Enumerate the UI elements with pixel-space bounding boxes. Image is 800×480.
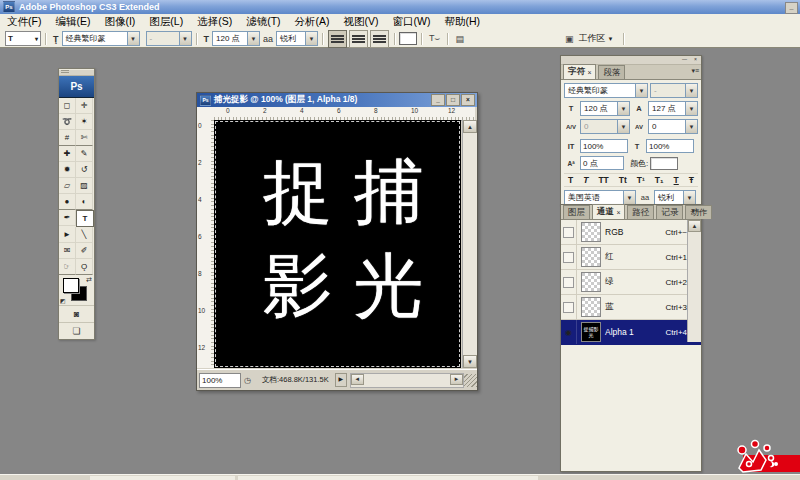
quick-mask-button[interactable]: ◙: [59, 306, 94, 323]
doc-maximize-button[interactable]: □: [446, 94, 460, 106]
dodge-tool[interactable]: ◐: [76, 194, 93, 210]
canvas[interactable]: 捉 捕 影 光: [214, 120, 461, 368]
slice-tool[interactable]: ✄: [76, 130, 93, 146]
all-caps-button[interactable]: TT: [598, 175, 608, 185]
subscript-button[interactable]: T₁: [655, 175, 664, 185]
default-colors-icon[interactable]: ◩: [60, 297, 66, 304]
pen-tool[interactable]: ✒: [59, 210, 76, 226]
cp-font-style-dropdown[interactable]: - ▼: [650, 83, 698, 98]
panel-close-icon[interactable]: ×: [691, 57, 700, 63]
brush-tool[interactable]: ✎: [76, 146, 93, 162]
cp-horizontal-scale-input[interactable]: 100%: [646, 139, 694, 153]
small-caps-button[interactable]: Tt: [619, 175, 627, 185]
eyedropper-tool[interactable]: ✐: [76, 243, 93, 259]
hand-tool[interactable]: ☞: [59, 259, 76, 275]
visibility-toggle[interactable]: [561, 270, 577, 294]
tab-paths[interactable]: 路径: [627, 205, 654, 219]
menu-window[interactable]: 窗口(W): [386, 14, 438, 30]
window-resize-grip[interactable]: [464, 374, 477, 387]
panel-menu-icon[interactable]: ▾≡: [691, 207, 699, 215]
font-style-dropdown[interactable]: - ▼: [146, 31, 192, 46]
zoom-level-input[interactable]: 100%: [199, 373, 241, 388]
cp-vertical-scale-input[interactable]: 100%: [580, 139, 628, 153]
cp-leading-dropdown[interactable]: 127 点 ▼: [648, 101, 698, 116]
text-orientation-icon[interactable]: Ţ: [53, 34, 59, 44]
strikethrough-button[interactable]: Ŧ: [689, 175, 694, 185]
app-title-bar[interactable]: Ps Adobe Photoshop CS3 Extended _: [0, 0, 800, 14]
menu-analysis[interactable]: 分析(A): [288, 14, 337, 30]
crop-tool[interactable]: #: [59, 130, 76, 146]
tab-history[interactable]: 记录: [656, 205, 683, 219]
magic-wand-tool[interactable]: ✶: [76, 114, 93, 130]
tab-close-icon[interactable]: ×: [587, 69, 591, 76]
type-tool-selected[interactable]: T: [76, 210, 94, 227]
channel-row-red[interactable]: 红 Ctrl+1: [561, 245, 701, 270]
healing-brush-tool[interactable]: ✚: [59, 146, 76, 162]
menu-file[interactable]: 文件(F): [0, 14, 48, 30]
cp-font-family-dropdown[interactable]: 经典繁印篆 ▼: [564, 83, 648, 98]
swap-colors-icon[interactable]: ⇄: [86, 276, 92, 284]
cp-baseline-input[interactable]: 0 点: [580, 156, 624, 170]
menu-select[interactable]: 选择(S): [190, 14, 239, 30]
align-top-button[interactable]: [328, 30, 347, 48]
menu-edit[interactable]: 编辑(E): [48, 14, 97, 30]
tab-close-icon[interactable]: ×: [616, 209, 620, 216]
menu-help[interactable]: 帮助(H): [438, 14, 488, 30]
path-selection-tool[interactable]: ►: [59, 227, 76, 243]
tab-character[interactable]: 字符 ×: [563, 64, 596, 79]
channel-row-alpha1-selected[interactable]: ◉ 捉捕影光 Alpha 1 Ctrl+4: [561, 320, 701, 345]
status-menu-arrow[interactable]: ▶: [335, 373, 347, 387]
visibility-toggle[interactable]: [561, 220, 577, 244]
superscript-button[interactable]: T¹: [637, 175, 645, 185]
cp-font-size-dropdown[interactable]: 120 点 ▼: [580, 101, 630, 116]
visibility-toggle[interactable]: [561, 295, 577, 319]
menu-image[interactable]: 图像(I): [97, 14, 142, 30]
font-size-dropdown[interactable]: 120 点 ▼: [212, 31, 260, 46]
vertical-scrollbar[interactable]: ▲ ▼: [462, 120, 477, 368]
scroll-up-icon[interactable]: ▲: [463, 120, 477, 133]
menu-layer[interactable]: 图层(L): [142, 14, 190, 30]
rectangular-marquee-tool[interactable]: ◻: [59, 98, 76, 114]
cp-anti-alias-dropdown[interactable]: 锐利 ▼: [654, 190, 696, 205]
cp-tracking-dropdown[interactable]: 0 ▼: [648, 119, 698, 134]
align-bottom-button[interactable]: [370, 30, 389, 48]
doc-minimize-button[interactable]: _: [431, 94, 445, 106]
visibility-toggle[interactable]: [561, 245, 577, 269]
scroll-down-icon[interactable]: ▼: [463, 355, 477, 368]
warp-text-icon[interactable]: T⌣: [429, 33, 440, 44]
channels-scrollbar[interactable]: ▲: [687, 220, 701, 342]
scroll-right-icon[interactable]: ►: [450, 374, 463, 385]
font-family-dropdown[interactable]: 经典繁印篆 ▼: [62, 31, 140, 46]
text-color-swatch[interactable]: [399, 32, 417, 45]
blur-tool[interactable]: ●: [59, 194, 76, 210]
scroll-up-icon[interactable]: ▲: [688, 220, 701, 232]
faux-bold-button[interactable]: T: [568, 175, 573, 185]
scroll-left-icon[interactable]: ◄: [351, 374, 364, 385]
zoom-tool[interactable]: Ǫ: [76, 259, 93, 275]
faux-italic-button[interactable]: T: [583, 175, 588, 185]
tab-layers[interactable]: 图层: [563, 205, 590, 219]
notes-tool[interactable]: ✉: [59, 243, 76, 259]
vertical-ruler[interactable]: 0 2 4 6 8 10 12: [197, 120, 215, 368]
horizontal-scrollbar[interactable]: ◄ ►: [350, 373, 464, 388]
horizontal-ruler[interactable]: 0 2 4 6 8 10 12: [214, 107, 475, 121]
workspace-label[interactable]: 工作区: [578, 32, 605, 45]
channel-row-green[interactable]: 绿 Ctrl+2: [561, 270, 701, 295]
channel-row-rgb[interactable]: RGB Ctrl+~: [561, 220, 701, 245]
anti-alias-dropdown[interactable]: 锐利 ▼: [276, 31, 318, 46]
tab-channels[interactable]: 通道 ×: [592, 204, 625, 219]
panel-minimize-icon[interactable]: —: [680, 57, 689, 63]
cp-text-color-swatch[interactable]: [650, 157, 678, 170]
menu-view[interactable]: 视图(V): [337, 14, 386, 30]
toggle-palettes-icon[interactable]: ▤: [455, 34, 464, 44]
lasso-tool[interactable]: ➰: [59, 114, 76, 130]
menu-filter[interactable]: 滤镜(T): [239, 14, 287, 30]
document-title-bar[interactable]: Ps 捕光捉影 @ 100% (图层 1, Alpha 1/8) _ □ ×: [197, 93, 477, 107]
move-tool[interactable]: ✛: [76, 98, 93, 114]
cp-kerning-dropdown[interactable]: 0 ▼: [580, 119, 630, 134]
clone-stamp-tool[interactable]: ✹: [59, 162, 76, 178]
panel-menu-icon[interactable]: ▾≡: [691, 67, 699, 75]
underline-button[interactable]: T: [674, 175, 679, 185]
visibility-toggle[interactable]: ◉: [561, 320, 577, 344]
screen-mode-button[interactable]: ❏: [59, 323, 94, 339]
